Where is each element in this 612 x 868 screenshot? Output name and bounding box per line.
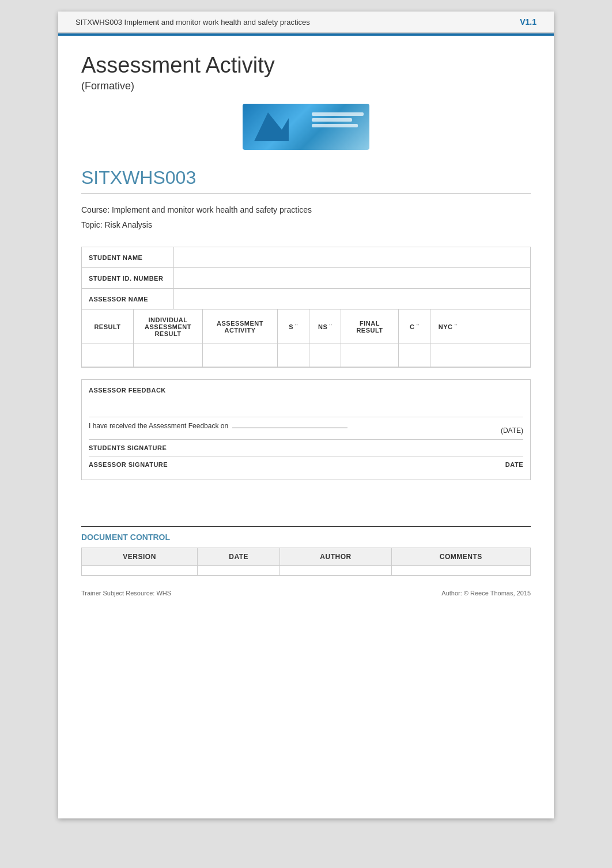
- student-id-value[interactable]: [174, 268, 530, 288]
- student-id-row: STUDENT ID. NUMBER: [82, 268, 530, 289]
- logo-line-2: [312, 118, 352, 122]
- col-ns: NS ¨: [309, 310, 341, 344]
- results-data-row: [82, 344, 530, 367]
- page: SITXWHS003 Implement and monitor work he…: [58, 12, 554, 818]
- col-individual: INDIVIDUAL ASSESSMENT RESULT: [134, 310, 203, 344]
- logo-image: [243, 104, 369, 150]
- col-activity: ASSESSMENT ACTIVITY: [203, 310, 278, 344]
- doc-table-header-row: VERSION DATE AUTHOR COMMENTS: [82, 548, 531, 566]
- course-code: SITXWHS003: [81, 167, 531, 194]
- col-final: FINAL RESULT: [341, 310, 399, 344]
- logo-line-3: [312, 124, 358, 127]
- logo-area: [81, 104, 531, 150]
- logo-line-1: [312, 112, 364, 116]
- col-date: DATE: [198, 548, 280, 566]
- col-s: S ¨: [278, 310, 309, 344]
- assessor-name-row: ASSESSOR NAME: [82, 289, 530, 310]
- col-result: RESULT: [82, 310, 134, 344]
- c-value[interactable]: [399, 344, 430, 367]
- student-name-label: STUDENT NAME: [82, 247, 174, 267]
- col-version: VERSION: [82, 548, 198, 566]
- final-result-value[interactable]: [341, 344, 399, 367]
- topic-info: Topic: Risk Analysis: [81, 220, 531, 229]
- assessment-subtitle: (Formative): [81, 80, 531, 92]
- doc-author-value: [280, 566, 391, 576]
- student-id-label: STUDENT ID. NUMBER: [82, 268, 174, 288]
- topic-value: Risk Analysis: [104, 220, 152, 229]
- document-control: DOCUMENT CONTROL VERSION DATE AUTHOR COM…: [81, 526, 531, 576]
- logo-shape: [254, 112, 289, 141]
- date-placeholder: (DATE): [501, 427, 523, 435]
- students-sig-label: STUDENTS SIGNATURE: [89, 444, 167, 451]
- header-bar: SITXWHS003 Implement and monitor work he…: [58, 12, 554, 33]
- form-section: STUDENT NAME STUDENT ID. NUMBER ASSESSOR…: [81, 247, 531, 368]
- feedback-label: ASSESSOR FEEDBACK: [89, 387, 523, 394]
- assessor-sig-label: ASSESSOR SIGNATURE: [89, 461, 168, 468]
- col-comments: COMMENTS: [391, 548, 530, 566]
- logo-text-area: [312, 112, 364, 127]
- student-name-value[interactable]: [174, 247, 530, 267]
- header-version: V1.1: [520, 17, 537, 27]
- received-text: I have received the Assessment Feedback …: [89, 422, 347, 430]
- feedback-section: ASSESSOR FEEDBACK I have received the As…: [81, 379, 531, 480]
- footer-left: Trainer Subject Resource: WHS: [81, 590, 171, 597]
- activity-value[interactable]: [203, 344, 278, 367]
- col-c: C ¨: [399, 310, 430, 344]
- feedback-line: [232, 428, 347, 428]
- page-footer: Trainer Subject Resource: WHS Author: © …: [81, 587, 531, 597]
- footer-right: Author: © Reece Thomas, 2015: [441, 590, 531, 597]
- assessment-title: Assessment Activity: [81, 53, 531, 78]
- student-name-row: STUDENT NAME: [82, 247, 530, 268]
- doc-comments-value: [391, 566, 530, 576]
- individual-result-value[interactable]: [134, 344, 203, 367]
- result-value[interactable]: [82, 344, 134, 367]
- col-author: AUTHOR: [280, 548, 391, 566]
- header-title: SITXWHS003 Implement and monitor work he…: [75, 18, 310, 27]
- course-info: Course: Implement and monitor work healt…: [81, 205, 531, 214]
- nyc-value[interactable]: [430, 344, 465, 367]
- course-label: Course:: [81, 205, 109, 214]
- course-value: Implement and monitor work health and sa…: [112, 205, 312, 214]
- col-nyc: NYC ¨: [430, 310, 465, 344]
- doc-control-title: DOCUMENT CONTROL: [81, 533, 531, 542]
- date-label: DATE: [505, 461, 523, 468]
- assessor-name-value[interactable]: [174, 289, 530, 309]
- results-header-row: RESULT INDIVIDUAL ASSESSMENT RESULT ASSE…: [82, 310, 530, 344]
- s-value[interactable]: [278, 344, 309, 367]
- doc-table: VERSION DATE AUTHOR COMMENTS: [81, 548, 531, 576]
- doc-version-value: [82, 566, 198, 576]
- main-content: Assessment Activity (Formative) SITXWHS0…: [58, 36, 554, 614]
- doc-date-value: [198, 566, 280, 576]
- assessor-name-label: ASSESSOR NAME: [82, 289, 174, 309]
- ns-value[interactable]: [309, 344, 341, 367]
- topic-label: Topic:: [81, 220, 103, 229]
- doc-table-row: [82, 566, 531, 576]
